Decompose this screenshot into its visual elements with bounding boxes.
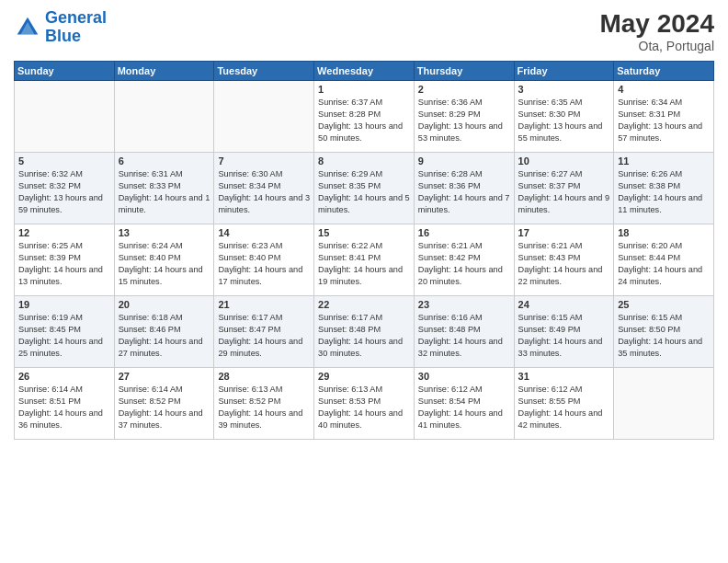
cell-content: Sunrise: 6:12 AMSunset: 8:55 PMDaylight:… bbox=[518, 385, 603, 430]
table-row: 25 Sunrise: 6:15 AMSunset: 8:50 PMDaylig… bbox=[614, 296, 714, 368]
cell-content: Sunrise: 6:13 AMSunset: 8:53 PMDaylight:… bbox=[318, 385, 403, 430]
cell-content: Sunrise: 6:12 AMSunset: 8:54 PMDaylight:… bbox=[418, 385, 503, 430]
title-block: May 2024 Ota, Portugal bbox=[599, 9, 714, 53]
day-number: 4 bbox=[618, 84, 710, 95]
day-number: 3 bbox=[518, 84, 610, 95]
table-row: 24 Sunrise: 6:15 AMSunset: 8:49 PMDaylig… bbox=[514, 296, 614, 368]
table-row: 29 Sunrise: 6:13 AMSunset: 8:53 PMDaylig… bbox=[314, 368, 415, 440]
day-number: 2 bbox=[418, 84, 510, 95]
cell-content: Sunrise: 6:21 AMSunset: 8:43 PMDaylight:… bbox=[518, 241, 603, 286]
day-number: 9 bbox=[418, 155, 510, 167]
table-row: 11 Sunrise: 6:26 AMSunset: 8:38 PMDaylig… bbox=[614, 153, 714, 224]
table-row: 3 Sunrise: 6:35 AMSunset: 8:30 PMDayligh… bbox=[514, 81, 614, 153]
day-number: 5 bbox=[18, 155, 110, 167]
cell-content: Sunrise: 6:26 AMSunset: 8:38 PMDaylight:… bbox=[618, 169, 702, 214]
cell-content: Sunrise: 6:13 AMSunset: 8:52 PMDaylight:… bbox=[218, 385, 302, 430]
calendar-week-row: 19 Sunrise: 6:19 AMSunset: 8:45 PMDaylig… bbox=[15, 296, 714, 368]
table-row: 2 Sunrise: 6:36 AMSunset: 8:29 PMDayligh… bbox=[414, 81, 514, 153]
logo-blue: Blue bbox=[45, 27, 81, 45]
table-row: 13 Sunrise: 6:24 AMSunset: 8:40 PMDaylig… bbox=[114, 224, 214, 296]
cell-content: Sunrise: 6:19 AMSunset: 8:45 PMDaylight:… bbox=[18, 313, 103, 358]
cell-content: Sunrise: 6:18 AMSunset: 8:46 PMDaylight:… bbox=[119, 313, 203, 358]
cell-content: Sunrise: 6:37 AMSunset: 8:28 PMDaylight:… bbox=[318, 98, 403, 143]
table-row bbox=[214, 81, 314, 153]
logo-text: General Blue bbox=[45, 9, 107, 46]
table-row: 9 Sunrise: 6:28 AMSunset: 8:36 PMDayligh… bbox=[414, 153, 514, 224]
calendar-week-row: 1 Sunrise: 6:37 AMSunset: 8:28 PMDayligh… bbox=[15, 81, 714, 153]
day-number: 10 bbox=[518, 155, 610, 167]
table-row: 28 Sunrise: 6:13 AMSunset: 8:52 PMDaylig… bbox=[214, 368, 314, 440]
calendar-week-row: 5 Sunrise: 6:32 AMSunset: 8:32 PMDayligh… bbox=[15, 153, 714, 224]
cell-content: Sunrise: 6:28 AMSunset: 8:36 PMDaylight:… bbox=[418, 169, 510, 214]
day-number: 6 bbox=[119, 155, 210, 167]
logo-general: General bbox=[45, 8, 107, 27]
weekday-header-row: Sunday Monday Tuesday Wednesday Thursday… bbox=[15, 62, 714, 81]
th-monday: Monday bbox=[114, 62, 214, 81]
table-row: 15 Sunrise: 6:22 AMSunset: 8:41 PMDaylig… bbox=[314, 224, 415, 296]
day-number: 1 bbox=[318, 84, 410, 95]
day-number: 13 bbox=[119, 227, 210, 238]
cell-content: Sunrise: 6:17 AMSunset: 8:48 PMDaylight:… bbox=[318, 313, 403, 358]
day-number: 21 bbox=[218, 299, 310, 310]
day-number: 28 bbox=[218, 371, 310, 382]
th-sunday: Sunday bbox=[15, 62, 115, 81]
table-row: 10 Sunrise: 6:27 AMSunset: 8:37 PMDaylig… bbox=[514, 153, 614, 224]
month-year: May 2024 bbox=[599, 9, 714, 39]
cell-content: Sunrise: 6:14 AMSunset: 8:52 PMDaylight:… bbox=[119, 385, 203, 430]
day-number: 15 bbox=[318, 227, 410, 238]
page-header: General Blue May 2024 Ota, Portugal bbox=[14, 9, 714, 53]
day-number: 12 bbox=[18, 227, 110, 238]
cell-content: Sunrise: 6:36 AMSunset: 8:29 PMDaylight:… bbox=[418, 98, 503, 143]
table-row: 30 Sunrise: 6:12 AMSunset: 8:54 PMDaylig… bbox=[414, 368, 514, 440]
logo: General Blue bbox=[14, 9, 107, 46]
cell-content: Sunrise: 6:30 AMSunset: 8:34 PMDaylight:… bbox=[218, 169, 310, 214]
logo-icon bbox=[14, 14, 41, 41]
day-number: 27 bbox=[119, 371, 210, 382]
day-number: 19 bbox=[18, 299, 110, 310]
table-row: 8 Sunrise: 6:29 AMSunset: 8:35 PMDayligh… bbox=[314, 153, 415, 224]
table-row bbox=[114, 81, 214, 153]
day-number: 23 bbox=[418, 299, 510, 310]
day-number: 7 bbox=[218, 155, 310, 167]
table-row: 14 Sunrise: 6:23 AMSunset: 8:40 PMDaylig… bbox=[214, 224, 314, 296]
table-row: 22 Sunrise: 6:17 AMSunset: 8:48 PMDaylig… bbox=[314, 296, 415, 368]
table-row: 6 Sunrise: 6:31 AMSunset: 8:33 PMDayligh… bbox=[114, 153, 214, 224]
day-number: 25 bbox=[618, 299, 710, 310]
th-friday: Friday bbox=[514, 62, 614, 81]
cell-content: Sunrise: 6:32 AMSunset: 8:32 PMDaylight:… bbox=[18, 169, 103, 214]
table-row: 20 Sunrise: 6:18 AMSunset: 8:46 PMDaylig… bbox=[114, 296, 214, 368]
day-number: 14 bbox=[218, 227, 310, 238]
cell-content: Sunrise: 6:15 AMSunset: 8:49 PMDaylight:… bbox=[518, 313, 603, 358]
table-row bbox=[614, 368, 714, 440]
day-number: 31 bbox=[518, 371, 610, 382]
th-wednesday: Wednesday bbox=[314, 62, 415, 81]
cell-content: Sunrise: 6:25 AMSunset: 8:39 PMDaylight:… bbox=[18, 241, 103, 286]
cell-content: Sunrise: 6:14 AMSunset: 8:51 PMDaylight:… bbox=[18, 385, 103, 430]
table-row: 17 Sunrise: 6:21 AMSunset: 8:43 PMDaylig… bbox=[514, 224, 614, 296]
day-number: 16 bbox=[418, 227, 510, 238]
calendar-table: Sunday Monday Tuesday Wednesday Thursday… bbox=[14, 61, 714, 440]
table-row: 21 Sunrise: 6:17 AMSunset: 8:47 PMDaylig… bbox=[214, 296, 314, 368]
table-row: 31 Sunrise: 6:12 AMSunset: 8:55 PMDaylig… bbox=[514, 368, 614, 440]
calendar-week-row: 26 Sunrise: 6:14 AMSunset: 8:51 PMDaylig… bbox=[15, 368, 714, 440]
day-number: 22 bbox=[318, 299, 410, 310]
table-row: 4 Sunrise: 6:34 AMSunset: 8:31 PMDayligh… bbox=[614, 81, 714, 153]
day-number: 30 bbox=[418, 371, 510, 382]
cell-content: Sunrise: 6:17 AMSunset: 8:47 PMDaylight:… bbox=[218, 313, 302, 358]
cell-content: Sunrise: 6:31 AMSunset: 8:33 PMDaylight:… bbox=[119, 169, 210, 214]
table-row: 27 Sunrise: 6:14 AMSunset: 8:52 PMDaylig… bbox=[114, 368, 214, 440]
table-row bbox=[15, 81, 115, 153]
cell-content: Sunrise: 6:15 AMSunset: 8:50 PMDaylight:… bbox=[618, 313, 702, 358]
calendar-page: General Blue May 2024 Ota, Portugal Sund… bbox=[0, 0, 728, 563]
day-number: 29 bbox=[318, 371, 410, 382]
cell-content: Sunrise: 6:35 AMSunset: 8:30 PMDaylight:… bbox=[518, 98, 603, 143]
th-saturday: Saturday bbox=[614, 62, 714, 81]
day-number: 11 bbox=[618, 155, 710, 167]
cell-content: Sunrise: 6:16 AMSunset: 8:48 PMDaylight:… bbox=[418, 313, 503, 358]
location: Ota, Portugal bbox=[599, 39, 714, 53]
table-row: 16 Sunrise: 6:21 AMSunset: 8:42 PMDaylig… bbox=[414, 224, 514, 296]
day-number: 20 bbox=[119, 299, 210, 310]
day-number: 24 bbox=[518, 299, 610, 310]
cell-content: Sunrise: 6:27 AMSunset: 8:37 PMDaylight:… bbox=[518, 169, 610, 214]
th-thursday: Thursday bbox=[414, 62, 514, 81]
